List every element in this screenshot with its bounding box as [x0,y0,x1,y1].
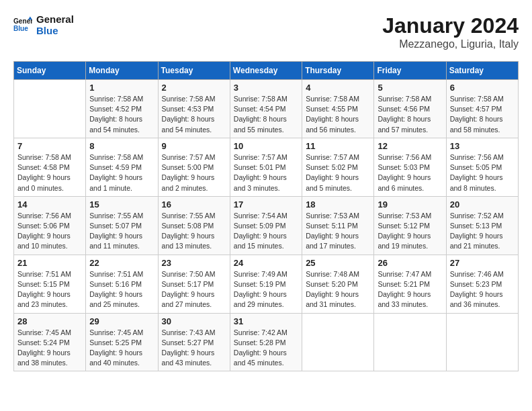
header-saturday: Saturday [446,62,518,80]
day-cell: 24Sunrise: 7:49 AM Sunset: 5:19 PM Dayli… [230,255,302,313]
day-info: Sunrise: 7:53 AM Sunset: 5:12 PM Dayligh… [378,211,442,252]
calendar-header-row: SundayMondayTuesdayWednesdayThursdayFrid… [14,62,519,80]
day-info: Sunrise: 7:51 AM Sunset: 5:15 PM Dayligh… [17,269,82,310]
day-info: Sunrise: 7:48 AM Sunset: 5:20 PM Dayligh… [306,269,370,310]
day-cell: 28Sunrise: 7:45 AM Sunset: 5:24 PM Dayli… [14,313,86,371]
day-info: Sunrise: 7:58 AM Sunset: 4:52 PM Dayligh… [89,94,154,135]
logo-general: General [36,13,74,25]
calendar-body: 1Sunrise: 7:58 AM Sunset: 4:52 PM Daylig… [14,80,519,371]
day-number: 5 [378,83,442,93]
day-info: Sunrise: 7:52 AM Sunset: 5:13 PM Dayligh… [450,211,515,252]
day-cell: 4Sunrise: 7:58 AM Sunset: 4:55 PM Daylig… [302,80,374,138]
day-cell: 14Sunrise: 7:56 AM Sunset: 5:06 PM Dayli… [14,196,86,255]
day-cell: 19Sunrise: 7:53 AM Sunset: 5:12 PM Dayli… [374,196,446,255]
day-number: 19 [378,199,442,210]
day-info: Sunrise: 7:49 AM Sunset: 5:19 PM Dayligh… [234,269,298,310]
day-number: 21 [17,258,82,268]
day-cell: 20Sunrise: 7:52 AM Sunset: 5:13 PM Dayli… [446,196,518,255]
day-info: Sunrise: 7:58 AM Sunset: 4:54 PM Dayligh… [234,94,298,135]
day-number: 3 [234,83,298,93]
day-cell: 27Sunrise: 7:46 AM Sunset: 5:23 PM Dayli… [446,255,518,313]
week-row-1: 1Sunrise: 7:58 AM Sunset: 4:52 PM Daylig… [14,80,519,138]
day-number: 23 [162,258,226,268]
day-number: 26 [378,258,442,268]
day-number: 31 [234,316,298,326]
day-cell [14,80,86,138]
day-cell: 13Sunrise: 7:56 AM Sunset: 5:05 PM Dayli… [446,138,518,196]
day-cell: 9Sunrise: 7:57 AM Sunset: 5:00 PM Daylig… [158,138,230,196]
page-header: General Blue General Blue January 2024 M… [13,13,519,50]
day-info: Sunrise: 7:51 AM Sunset: 5:16 PM Dayligh… [89,269,154,310]
day-info: Sunrise: 7:50 AM Sunset: 5:17 PM Dayligh… [162,269,226,310]
day-info: Sunrise: 7:47 AM Sunset: 5:21 PM Dayligh… [378,269,442,310]
week-row-4: 21Sunrise: 7:51 AM Sunset: 5:15 PM Dayli… [14,255,519,313]
day-number: 20 [450,199,515,210]
day-cell: 15Sunrise: 7:55 AM Sunset: 5:07 PM Dayli… [86,196,158,255]
day-info: Sunrise: 7:43 AM Sunset: 5:27 PM Dayligh… [162,328,226,369]
day-info: Sunrise: 7:55 AM Sunset: 5:07 PM Dayligh… [89,211,154,252]
location-title: Mezzanego, Liguria, Italy [382,38,519,50]
day-cell: 17Sunrise: 7:54 AM Sunset: 5:09 PM Dayli… [230,196,302,255]
day-number: 28 [17,316,82,326]
day-cell: 29Sunrise: 7:45 AM Sunset: 5:25 PM Dayli… [86,313,158,371]
day-info: Sunrise: 7:53 AM Sunset: 5:11 PM Dayligh… [306,211,370,252]
day-number: 13 [450,141,515,151]
day-cell: 7Sunrise: 7:58 AM Sunset: 4:58 PM Daylig… [14,138,86,196]
day-number: 15 [89,199,154,210]
day-cell [374,313,446,371]
day-cell: 3Sunrise: 7:58 AM Sunset: 4:54 PM Daylig… [230,80,302,138]
day-number: 27 [450,258,515,268]
week-row-3: 14Sunrise: 7:56 AM Sunset: 5:06 PM Dayli… [14,196,519,255]
day-number: 2 [162,83,226,93]
week-row-2: 7Sunrise: 7:58 AM Sunset: 4:58 PM Daylig… [14,138,519,196]
day-info: Sunrise: 7:56 AM Sunset: 5:05 PM Dayligh… [450,152,515,193]
day-cell: 18Sunrise: 7:53 AM Sunset: 5:11 PM Dayli… [302,196,374,255]
day-cell: 2Sunrise: 7:58 AM Sunset: 4:53 PM Daylig… [158,80,230,138]
day-number: 11 [306,141,370,151]
header-sunday: Sunday [14,62,86,80]
day-cell: 6Sunrise: 7:58 AM Sunset: 4:57 PM Daylig… [446,80,518,138]
month-title: January 2024 [382,13,519,38]
day-cell: 26Sunrise: 7:47 AM Sunset: 5:21 PM Dayli… [374,255,446,313]
day-cell: 31Sunrise: 7:42 AM Sunset: 5:28 PM Dayli… [230,313,302,371]
day-info: Sunrise: 7:45 AM Sunset: 5:25 PM Dayligh… [89,328,154,369]
day-info: Sunrise: 7:57 AM Sunset: 5:01 PM Dayligh… [234,152,298,193]
day-info: Sunrise: 7:58 AM Sunset: 4:57 PM Dayligh… [450,94,515,135]
day-number: 22 [89,258,154,268]
day-cell [446,313,518,371]
header-tuesday: Tuesday [158,62,230,80]
day-number: 25 [306,258,370,268]
day-info: Sunrise: 7:58 AM Sunset: 4:58 PM Dayligh… [17,152,82,193]
day-cell: 30Sunrise: 7:43 AM Sunset: 5:27 PM Dayli… [158,313,230,371]
day-number: 16 [162,199,226,210]
day-cell [302,313,374,371]
day-cell: 1Sunrise: 7:58 AM Sunset: 4:52 PM Daylig… [86,80,158,138]
day-info: Sunrise: 7:57 AM Sunset: 5:00 PM Dayligh… [162,152,226,193]
day-cell: 22Sunrise: 7:51 AM Sunset: 5:16 PM Dayli… [86,255,158,313]
day-cell: 16Sunrise: 7:55 AM Sunset: 5:08 PM Dayli… [158,196,230,255]
day-number: 1 [89,83,154,93]
day-info: Sunrise: 7:45 AM Sunset: 5:24 PM Dayligh… [17,328,82,369]
day-info: Sunrise: 7:58 AM Sunset: 4:56 PM Dayligh… [378,94,442,135]
day-number: 24 [234,258,298,268]
day-number: 8 [89,141,154,151]
logo-icon: General Blue [13,15,32,34]
day-info: Sunrise: 7:57 AM Sunset: 5:02 PM Dayligh… [306,152,370,193]
day-cell: 11Sunrise: 7:57 AM Sunset: 5:02 PM Dayli… [302,138,374,196]
day-number: 18 [306,199,370,210]
day-number: 14 [17,199,82,210]
day-info: Sunrise: 7:55 AM Sunset: 5:08 PM Dayligh… [162,211,226,252]
day-cell: 8Sunrise: 7:58 AM Sunset: 4:59 PM Daylig… [86,138,158,196]
logo-blue: Blue [36,25,74,36]
day-info: Sunrise: 7:42 AM Sunset: 5:28 PM Dayligh… [234,328,298,369]
day-number: 9 [162,141,226,151]
header-monday: Monday [86,62,158,80]
day-number: 17 [234,199,298,210]
day-cell: 5Sunrise: 7:58 AM Sunset: 4:56 PM Daylig… [374,80,446,138]
day-info: Sunrise: 7:58 AM Sunset: 4:55 PM Dayligh… [306,94,370,135]
day-cell: 12Sunrise: 7:56 AM Sunset: 5:03 PM Dayli… [374,138,446,196]
day-info: Sunrise: 7:46 AM Sunset: 5:23 PM Dayligh… [450,269,515,310]
day-number: 7 [17,141,82,151]
day-info: Sunrise: 7:54 AM Sunset: 5:09 PM Dayligh… [234,211,298,252]
day-number: 10 [234,141,298,151]
